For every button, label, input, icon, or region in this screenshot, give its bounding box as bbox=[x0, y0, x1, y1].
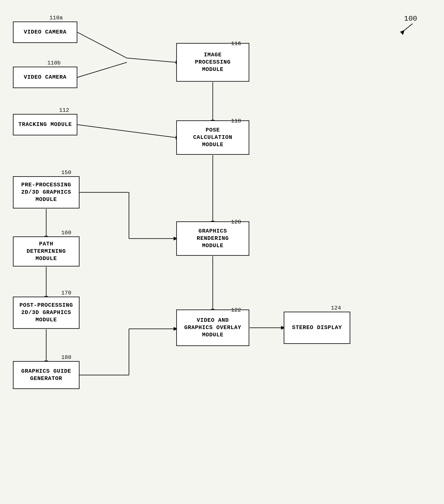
ref-160: 160 bbox=[61, 230, 71, 236]
ref-180: 180 bbox=[61, 354, 71, 361]
svg-line-1 bbox=[127, 58, 176, 62]
ref-124: 124 bbox=[331, 305, 341, 311]
graphics-rendering-box: GRAPHICS RENDERING MODULE bbox=[176, 221, 249, 256]
svg-line-3 bbox=[77, 62, 127, 77]
video-graphics-overlay-box: VIDEO AND GRAPHICS OVERLAY MODULE bbox=[176, 309, 249, 346]
ref-122: 122 bbox=[231, 307, 241, 313]
video-camera-a-box: VIDEO CAMERA bbox=[13, 21, 77, 43]
ref-120: 120 bbox=[231, 219, 241, 225]
ref-110a: 110a bbox=[49, 15, 63, 21]
diagram: VIDEO CAMERA 110a VIDEO CAMERA 110b TRAC… bbox=[0, 0, 444, 504]
stereo-display-box: STEREO DISPLAY bbox=[284, 312, 350, 344]
svg-line-28 bbox=[402, 24, 413, 32]
video-camera-b-box: VIDEO CAMERA bbox=[13, 67, 77, 88]
ref-116: 116 bbox=[231, 40, 241, 47]
graphics-guide-box: GRAPHICS GUIDE GENERATOR bbox=[13, 361, 80, 389]
ref-112: 112 bbox=[59, 107, 69, 113]
pre-processing-box: PRE-PROCESSING 2D/3D GRAPHICS MODULE bbox=[13, 176, 80, 208]
tracking-module-box: TRACKING MODULE bbox=[13, 114, 77, 135]
svg-line-0 bbox=[77, 32, 127, 58]
path-determining-box: PATH DETERMINING MODULE bbox=[13, 236, 80, 267]
ref-118: 118 bbox=[231, 118, 241, 124]
svg-marker-29 bbox=[400, 30, 405, 35]
post-processing-box: POST-PROCESSING 2D/3D GRAPHICS MODULE bbox=[13, 297, 80, 329]
ref-170: 170 bbox=[61, 290, 71, 296]
diagram-ref-100: 100 bbox=[404, 15, 417, 23]
ref-150: 150 bbox=[61, 169, 71, 176]
pose-calculation-box: POSE CALCULATION MODULE bbox=[176, 120, 249, 155]
image-processing-box: IMAGE PROCESSING MODULE bbox=[176, 43, 249, 82]
svg-line-4 bbox=[77, 125, 176, 138]
ref-110b: 110b bbox=[47, 60, 61, 66]
